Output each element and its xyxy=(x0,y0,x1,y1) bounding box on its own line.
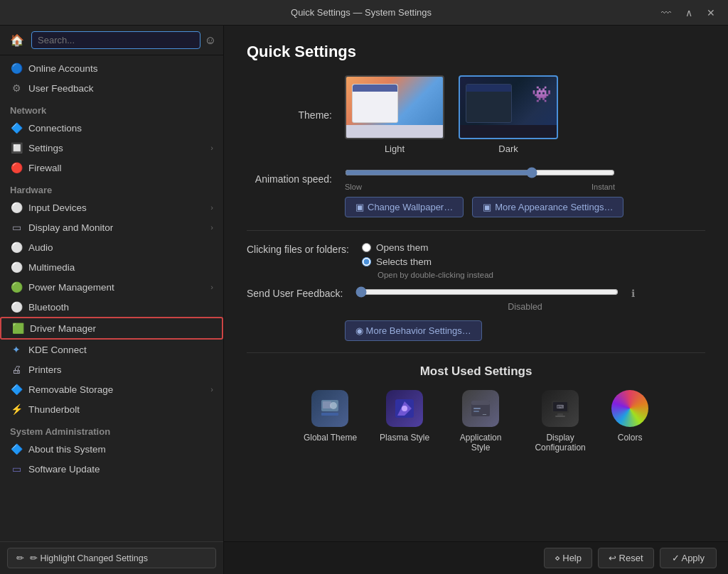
svg-rect-7 xyxy=(471,401,490,405)
radio-opens-them[interactable] xyxy=(362,243,371,252)
divider-1 xyxy=(247,230,705,231)
sidebar-item-settings[interactable]: 🔲 Settings › xyxy=(0,138,223,158)
sidebar-item-label: Connections xyxy=(28,123,82,134)
sidebar-item-user-feedback[interactable]: ⚙ User Feedback xyxy=(0,78,223,98)
about-system-icon: 🔷 xyxy=(10,443,23,455)
dark-titlebar xyxy=(466,85,511,92)
sidebar-item-connections[interactable]: 🔷 Connections xyxy=(0,118,223,138)
theme-label: Theme: xyxy=(247,109,332,121)
feedback-slider[interactable] xyxy=(355,286,619,298)
app-style-label: Application Style xyxy=(452,433,509,453)
sidebar-item-removable-storage[interactable]: 🔷 Removable Storage › xyxy=(0,379,223,399)
most-used-grid: Global Theme Plasma Style xyxy=(247,390,705,453)
reset-button[interactable]: ↩ Reset xyxy=(598,548,654,568)
most-used-display-config[interactable]: ⌨ Display Configuration xyxy=(532,390,589,453)
display-config-label: Display Configuration xyxy=(532,433,589,453)
sidebar-item-power-management[interactable]: 🟢 Power Management › xyxy=(0,277,223,297)
sidebar-item-firewall[interactable]: 🔴 Firewall xyxy=(0,158,223,178)
highlight-changed-settings-button[interactable]: ✏ ✏ Highlight Changed Settings xyxy=(7,548,216,568)
more-appearance-label: More Appearance Settings… xyxy=(495,202,613,212)
search-input[interactable] xyxy=(31,31,200,49)
sidebar-item-bluetooth[interactable]: ⚪ Bluetooth xyxy=(0,297,223,317)
multimedia-icon: ⚪ xyxy=(10,261,23,274)
svg-rect-8 xyxy=(473,408,481,409)
slider-labels: Slow Instant xyxy=(345,183,615,191)
sidebar-item-printers[interactable]: 🖨 Printers xyxy=(0,359,223,379)
clicking-files-row: Clicking files or folders: Opens them Se… xyxy=(247,242,705,279)
svg-rect-9 xyxy=(473,411,479,412)
audio-icon: ⚪ xyxy=(10,241,23,254)
bottom-bar: ⋄ Help ↩ Reset ✓ Apply xyxy=(224,541,728,574)
sidebar-item-display-monitor[interactable]: ▭ Display and Monitor › xyxy=(0,217,223,237)
titlebar: Quick Settings — System Settings 〰 ∧ ✕ xyxy=(0,0,728,26)
section-system-admin: System Administration xyxy=(0,419,223,439)
theme-option-light[interactable]: Light xyxy=(345,75,444,154)
sidebar-header: 🏠 ☺ xyxy=(0,26,223,55)
most-used-colors[interactable]: Colors xyxy=(611,390,648,453)
apply-button[interactable]: ✓ Apply xyxy=(660,548,717,568)
svg-rect-13 xyxy=(557,413,563,416)
sidebar-item-label: Firewall xyxy=(28,163,62,173)
radio-selects-them[interactable] xyxy=(362,257,371,266)
most-used-app-style[interactable]: _ Application Style xyxy=(452,390,509,453)
titlebar-title: Quick Settings — System Settings xyxy=(65,7,657,18)
sidebar-item-driver-manager[interactable]: 🟩 Driver Manager xyxy=(0,317,223,340)
chevron-icon: › xyxy=(210,203,213,212)
opens-them-label: Opens them xyxy=(376,242,429,253)
sidebar-item-label: Audio xyxy=(28,242,53,253)
sidebar-item-audio[interactable]: ⚪ Audio xyxy=(0,237,223,257)
wallpaper-icon: ▣ xyxy=(355,202,364,212)
maximize-button[interactable]: ∧ xyxy=(681,6,697,20)
global-theme-icon xyxy=(311,390,348,427)
sidebar-item-input-devices[interactable]: ⚪ Input Devices › xyxy=(0,197,223,217)
change-wallpaper-button[interactable]: ▣ Change Wallpaper… xyxy=(345,197,464,217)
more-behavior-label: ◉ More Behavior Settings… xyxy=(355,325,471,336)
sidebar-item-label: Removable Storage xyxy=(28,384,113,395)
sidebar-item-kde-connect[interactable]: ✦ KDE Connect xyxy=(0,340,223,359)
svg-rect-14 xyxy=(555,416,565,417)
sidebar-item-thunderbolt[interactable]: ⚡ Thunderbolt xyxy=(0,399,223,419)
display-monitor-icon: ▭ xyxy=(10,221,23,234)
sidebar: 🏠 ☺ 🔵 Online Accounts ⚙ User Feedback Ne… xyxy=(0,26,224,574)
display-config-icon: ⌨ xyxy=(542,390,579,427)
animation-speed-row: Animation speed: Slow Instant xyxy=(247,167,705,191)
software-update-icon: ▭ xyxy=(10,462,23,475)
svg-rect-2 xyxy=(321,413,338,416)
removable-storage-icon: 🔷 xyxy=(10,383,23,396)
reset-label: ↩ Reset xyxy=(609,553,643,563)
svg-point-3 xyxy=(330,402,337,409)
double-click-hint: Open by double-clicking instead xyxy=(378,271,493,279)
theme-name-light: Light xyxy=(385,144,405,154)
help-button[interactable]: ⋄ Help xyxy=(544,548,592,568)
feedback-label: Send User Feedback: xyxy=(247,288,343,299)
most-used-plasma-style[interactable]: Plasma Style xyxy=(380,390,429,453)
most-used-global-theme[interactable]: Global Theme xyxy=(304,390,357,453)
highlight-icon: ✏ xyxy=(16,553,24,563)
more-behavior-button[interactable]: ◉ More Behavior Settings… xyxy=(345,320,482,341)
slow-label: Slow xyxy=(345,183,362,191)
smiley-button[interactable]: ☺ xyxy=(205,34,216,47)
sidebar-item-label: KDE Connect xyxy=(28,345,87,355)
appearance-icon: ▣ xyxy=(483,202,491,212)
home-button[interactable]: 🏠 xyxy=(7,32,27,48)
change-wallpaper-label: Change Wallpaper… xyxy=(368,202,453,212)
sidebar-item-multimedia[interactable]: ⚪ Multimedia xyxy=(0,257,223,277)
animation-speed-slider[interactable] xyxy=(345,167,615,178)
theme-row: Theme: Light xyxy=(247,75,705,154)
sidebar-item-about-system[interactable]: 🔷 About this System xyxy=(0,439,223,459)
content-area: Quick Settings Theme: Light xyxy=(224,26,728,574)
sidebar-item-software-update[interactable]: ▭ Software Update xyxy=(0,459,223,479)
highlight-label: ✏ Highlight Changed Settings xyxy=(30,553,148,563)
theme-option-dark[interactable]: 👾 Dark xyxy=(459,75,558,154)
option-opens-them[interactable]: Opens them xyxy=(362,242,493,253)
dark-window xyxy=(466,84,512,123)
feedback-slider-container xyxy=(355,286,619,300)
feedback-info-icon[interactable]: ℹ xyxy=(631,288,635,299)
divider-2 xyxy=(247,352,705,353)
minimize-button[interactable]: 〰 xyxy=(657,6,675,20)
more-appearance-button[interactable]: ▣ More Appearance Settings… xyxy=(472,197,623,217)
sidebar-item-label: Multimedia xyxy=(28,262,75,273)
option-selects-them[interactable]: Selects them xyxy=(362,256,493,267)
sidebar-item-online-accounts[interactable]: 🔵 Online Accounts xyxy=(0,58,223,78)
close-button[interactable]: ✕ xyxy=(702,6,719,20)
